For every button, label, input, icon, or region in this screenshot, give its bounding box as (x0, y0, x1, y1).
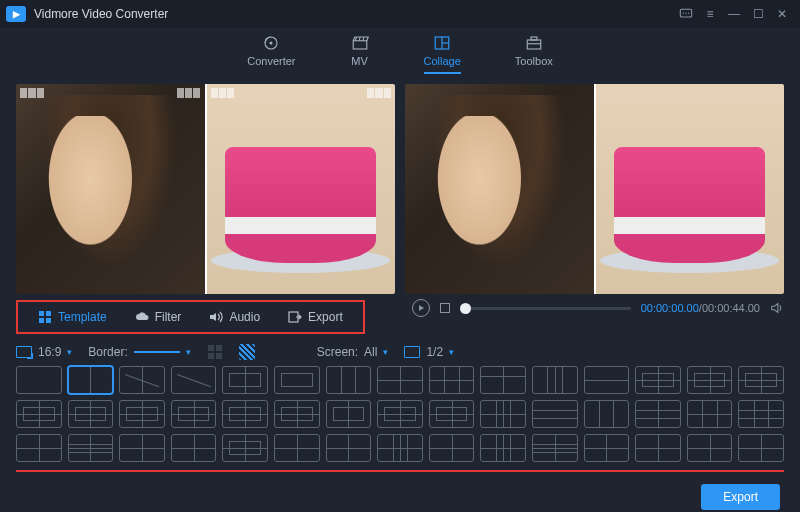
main-tabs: Converter MV Collage Toolbox (0, 28, 800, 84)
time-current: 00:00:00.00 (641, 302, 699, 314)
tab-mv[interactable]: MV (350, 34, 370, 72)
template-thumbnail[interactable] (171, 366, 217, 394)
export-button[interactable]: Export (701, 484, 780, 510)
template-thumbnail[interactable] (687, 400, 733, 428)
play-button[interactable] (412, 299, 430, 317)
tab-converter[interactable]: Converter (247, 34, 295, 72)
template-thumbnail[interactable] (687, 366, 733, 394)
template-thumbnail[interactable] (480, 434, 526, 462)
template-thumbnail[interactable] (171, 400, 217, 428)
editor-tab-export[interactable]: Export (274, 306, 357, 328)
svg-point-2 (685, 12, 686, 13)
template-thumbnail[interactable] (429, 434, 475, 462)
template-thumbnail[interactable] (635, 366, 681, 394)
volume-button[interactable] (770, 301, 784, 315)
template-thumbnail[interactable] (119, 400, 165, 428)
pattern-button[interactable] (239, 344, 255, 360)
border-select[interactable]: Border: ▾ (88, 345, 190, 359)
svg-rect-10 (527, 40, 541, 49)
seek-slider[interactable] (460, 307, 631, 310)
tab-label: Toolbox (515, 55, 553, 67)
template-thumbnail[interactable] (584, 366, 630, 394)
template-thumbnail[interactable] (222, 366, 268, 394)
chevron-down-icon: ▾ (186, 347, 191, 357)
editor-tab-filter[interactable]: Filter (121, 306, 196, 328)
close-icon: ✕ (777, 7, 787, 21)
template-thumbnail[interactable] (171, 434, 217, 462)
template-thumbnail[interactable] (480, 366, 526, 394)
template-thumbnail[interactable] (274, 400, 320, 428)
toolbox-icon (524, 34, 544, 52)
template-thumbnail[interactable] (68, 400, 114, 428)
template-thumbnail[interactable] (16, 366, 62, 394)
maximize-button[interactable]: ☐ (746, 2, 770, 26)
template-thumbnail[interactable] (738, 400, 784, 428)
template-thumbnail[interactable] (68, 434, 114, 462)
template-thumbnail[interactable] (738, 366, 784, 394)
template-thumbnail[interactable] (119, 434, 165, 462)
feedback-button[interactable] (674, 2, 698, 26)
svg-point-1 (683, 12, 684, 13)
template-thumbnail[interactable] (635, 400, 681, 428)
template-thumbnail[interactable] (532, 434, 578, 462)
editor-tab-audio[interactable]: Audio (195, 306, 274, 328)
preview-pane-1 (405, 84, 594, 294)
drag-handle-icon[interactable] (367, 88, 391, 98)
template-thumbnail[interactable] (326, 366, 372, 394)
template-thumbnail[interactable] (429, 400, 475, 428)
template-thumbnail[interactable] (274, 366, 320, 394)
collage-pane-2[interactable] (205, 84, 396, 294)
template-thumbnail[interactable] (377, 434, 423, 462)
template-thumbnail[interactable] (480, 400, 526, 428)
template-thumbnail[interactable] (222, 400, 268, 428)
template-thumbnail[interactable] (738, 434, 784, 462)
editor-tab-template[interactable]: Template (24, 306, 121, 328)
app-title: Vidmore Video Converter (34, 7, 168, 21)
template-thumbnail[interactable] (326, 400, 372, 428)
grid-select-button[interactable] (207, 344, 223, 360)
drag-handle-icon[interactable] (177, 88, 201, 98)
seek-knob[interactable] (460, 303, 471, 314)
collage-pane-1[interactable] (16, 84, 205, 294)
tab-collage[interactable]: Collage (424, 34, 461, 74)
converter-icon (261, 34, 281, 52)
menu-button[interactable]: ≡ (698, 2, 722, 26)
screen-select[interactable]: Screen: All ▾ (317, 345, 389, 359)
template-thumbnail[interactable] (377, 400, 423, 428)
options-bar: 16:9 ▾ Border: ▾ Screen: All ▾ 1/2 ▾ (0, 334, 800, 366)
pane-select[interactable]: 1/2 ▾ (404, 345, 454, 359)
maximize-icon: ☐ (753, 7, 764, 21)
grid-icon (38, 310, 52, 324)
clapper-icon (350, 34, 370, 52)
template-thumbnail[interactable] (532, 366, 578, 394)
aspect-ratio-select[interactable]: 16:9 ▾ (16, 345, 72, 359)
template-thumbnail[interactable] (16, 400, 62, 428)
template-thumbnail[interactable] (119, 366, 165, 394)
template-thumbnail[interactable] (222, 434, 268, 462)
template-thumbnail[interactable] (584, 400, 630, 428)
svg-rect-13 (39, 311, 44, 316)
screen-value: All (364, 345, 377, 359)
template-thumbnail[interactable] (68, 366, 114, 394)
stop-button[interactable] (440, 303, 450, 313)
template-thumbnail[interactable] (635, 434, 681, 462)
minimize-button[interactable]: — (722, 2, 746, 26)
template-thumbnail[interactable] (16, 434, 62, 462)
drag-handle-icon[interactable] (20, 88, 44, 98)
template-thumbnail[interactable] (326, 434, 372, 462)
template-thumbnail[interactable] (429, 366, 475, 394)
close-button[interactable]: ✕ (770, 2, 794, 26)
editor-tab-label: Filter (155, 310, 182, 324)
monitor-icon (404, 346, 420, 358)
tab-toolbox[interactable]: Toolbox (515, 34, 553, 72)
app-logo-icon: ▶ (6, 6, 26, 22)
preview-area (0, 84, 800, 294)
template-thumbnail[interactable] (687, 434, 733, 462)
template-thumbnail[interactable] (274, 434, 320, 462)
template-thumbnail[interactable] (377, 366, 423, 394)
template-thumbnail[interactable] (532, 400, 578, 428)
collage-editor-panel[interactable] (16, 84, 395, 294)
aspect-ratio-icon (16, 346, 32, 358)
drag-handle-icon[interactable] (211, 88, 235, 98)
template-thumbnail[interactable] (584, 434, 630, 462)
